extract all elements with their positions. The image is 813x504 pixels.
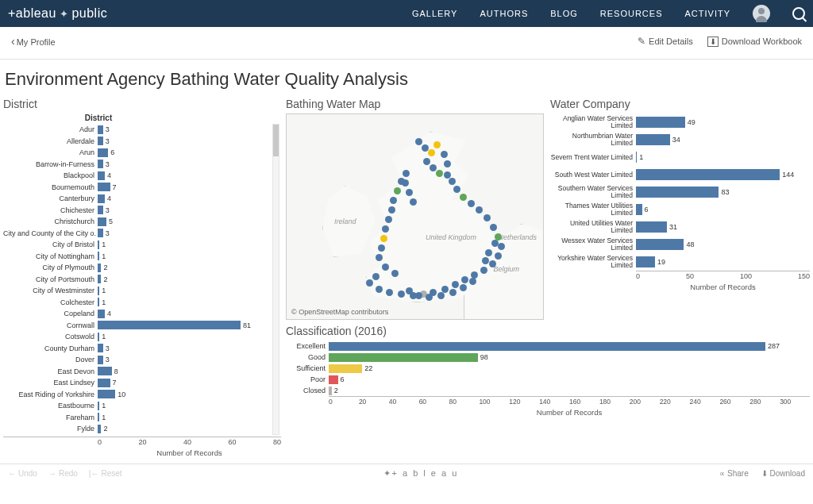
undo-button[interactable]: ← Undo xyxy=(8,469,37,478)
district-row[interactable]: City of Westminster1 xyxy=(3,285,270,297)
map-dot[interactable] xyxy=(498,243,505,250)
district-bar[interactable] xyxy=(98,264,101,272)
map-dot[interactable] xyxy=(460,194,467,201)
district-row[interactable]: Arun6 xyxy=(3,147,270,159)
district-row[interactable]: Copeland4 xyxy=(3,308,270,320)
map-dot[interactable] xyxy=(415,292,422,299)
district-row[interactable]: Adur3 xyxy=(3,124,270,136)
map-dot[interactable] xyxy=(469,278,476,285)
map-dot[interactable] xyxy=(489,260,496,267)
map-dot[interactable] xyxy=(372,273,380,280)
map-dot[interactable] xyxy=(378,244,385,252)
water-company-bar[interactable] xyxy=(636,187,719,198)
map-dot[interactable] xyxy=(382,225,389,233)
map-dot[interactable] xyxy=(476,206,483,214)
water-company-chart[interactable]: Water Company Anglian Water Services Lim… xyxy=(550,98,810,320)
map-dot[interactable] xyxy=(426,294,433,301)
district-row[interactable]: Cornwall81 xyxy=(3,320,270,332)
nav-authors[interactable]: AUTHORS xyxy=(480,9,528,18)
map-dot[interactable] xyxy=(437,292,445,299)
district-bar[interactable] xyxy=(98,275,101,283)
district-bar[interactable] xyxy=(98,413,99,421)
district-row[interactable]: Chichester3 xyxy=(3,205,270,217)
district-bar[interactable] xyxy=(98,229,103,237)
district-row[interactable]: Allerdale3 xyxy=(3,136,270,148)
map-dot[interactable] xyxy=(406,287,413,294)
map-dot[interactable] xyxy=(380,235,387,242)
water-company-row[interactable]: South West Water Limited144 xyxy=(550,166,810,183)
map-dot[interactable] xyxy=(480,267,487,274)
district-row[interactable]: Bournemouth7 xyxy=(3,182,270,194)
water-company-bar[interactable] xyxy=(636,239,684,250)
map-dot[interactable] xyxy=(433,141,441,148)
map-dot[interactable] xyxy=(403,170,410,177)
reset-button[interactable]: |← Reset xyxy=(89,469,122,478)
map-dot[interactable] xyxy=(410,198,417,206)
district-row[interactable]: East Devon8 xyxy=(3,366,270,378)
district-row[interactable]: City of Portsmouth2 xyxy=(3,274,270,286)
map-dot[interactable] xyxy=(482,257,489,264)
classification-bars[interactable]: Excellent287Good98Sufficient22Poor6Close… xyxy=(286,340,810,396)
map-dot[interactable] xyxy=(436,170,443,177)
district-bar[interactable] xyxy=(98,310,105,318)
map-dot[interactable] xyxy=(394,187,401,194)
district-row[interactable]: City and County of the City o.3 xyxy=(3,228,270,240)
district-bar[interactable] xyxy=(98,402,99,410)
map-dot[interactable] xyxy=(490,224,497,231)
classification-row[interactable]: Poor6 xyxy=(286,374,810,385)
nav-gallery[interactable]: GALLERY xyxy=(412,9,458,18)
district-row[interactable]: City of Nottingham1 xyxy=(3,251,270,263)
district-row[interactable]: Christchurch5 xyxy=(3,216,270,228)
district-bar[interactable] xyxy=(98,137,103,145)
district-row[interactable]: City of Plymouth2 xyxy=(3,262,270,274)
district-bar[interactable] xyxy=(98,356,103,364)
map-dot[interactable] xyxy=(390,197,397,204)
district-bar[interactable] xyxy=(98,287,99,295)
map-dot[interactable] xyxy=(430,164,437,171)
district-row[interactable]: Dover3 xyxy=(3,354,270,366)
district-bar[interactable] xyxy=(98,148,108,157)
district-bar[interactable] xyxy=(98,425,101,433)
district-row[interactable]: Barrow-in-Furness3 xyxy=(3,159,270,171)
water-company-bar[interactable] xyxy=(636,256,655,267)
map-dot[interactable] xyxy=(422,144,429,152)
district-scrollbar[interactable] xyxy=(272,124,279,435)
district-bar[interactable] xyxy=(98,333,99,341)
map-dot[interactable] xyxy=(491,240,499,247)
district-bar[interactable] xyxy=(98,379,110,387)
district-row[interactable]: Fareham1 xyxy=(3,412,270,424)
redo-button[interactable]: → Redo xyxy=(48,469,78,478)
map-dot[interactable] xyxy=(428,149,435,156)
district-bar[interactable] xyxy=(98,160,103,168)
download-workbook-button[interactable]: Download Workbook xyxy=(707,36,802,47)
map-dot[interactable] xyxy=(376,254,383,261)
water-company-row[interactable]: Northumbrian Water Limited34 xyxy=(550,131,810,148)
map-dot[interactable] xyxy=(376,286,383,293)
tableau-public-logo[interactable]: +ableau✦public xyxy=(8,6,107,21)
district-bar[interactable] xyxy=(98,171,105,180)
water-company-bar[interactable] xyxy=(636,152,637,163)
classification-row[interactable]: Sufficient22 xyxy=(286,363,810,374)
water-company-row[interactable]: Anglian Water Services Limited49 xyxy=(550,113,810,131)
map-dot[interactable] xyxy=(366,279,373,287)
map-dot[interactable] xyxy=(449,289,457,296)
map-dot[interactable] xyxy=(382,264,389,271)
nav-resources[interactable]: RESOURCES xyxy=(600,9,663,18)
tableau-footer-logo[interactable]: ✦+ a b l e a u xyxy=(383,468,459,479)
map-dot[interactable] xyxy=(453,186,460,193)
map-dot[interactable] xyxy=(415,138,422,145)
classification-bar[interactable] xyxy=(329,375,338,384)
map-dot[interactable] xyxy=(495,252,502,260)
district-bar[interactable] xyxy=(98,298,99,306)
water-company-bar[interactable] xyxy=(636,134,670,145)
water-company-row[interactable]: Severn Trent Water Limited1 xyxy=(550,148,810,166)
district-bar[interactable] xyxy=(98,390,115,398)
district-row[interactable]: Fylde2 xyxy=(3,423,270,435)
water-company-bar[interactable] xyxy=(636,169,780,180)
classification-bar[interactable] xyxy=(329,353,478,362)
bathing-water-map[interactable]: Ireland United Kingdom Netherlands Belgi… xyxy=(286,113,544,320)
district-bar[interactable] xyxy=(98,194,105,203)
district-row[interactable]: City of Bristol1 xyxy=(3,239,270,251)
map-dot[interactable] xyxy=(423,158,430,165)
scrollbar-thumb[interactable] xyxy=(273,125,279,156)
